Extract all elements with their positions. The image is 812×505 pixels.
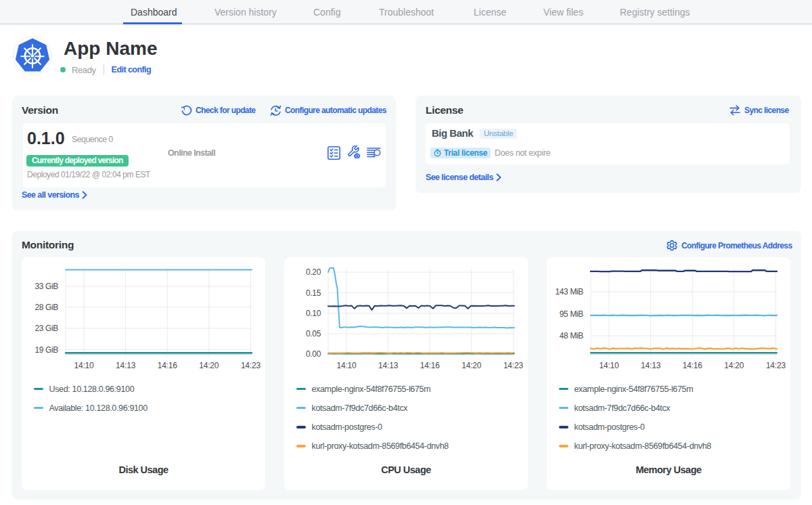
svg-text:14:23: 14:23 — [766, 361, 786, 370]
svg-text:143 MiB: 143 MiB — [555, 287, 583, 297]
svg-text:14:10: 14:10 — [599, 361, 619, 370]
svg-text:19 GiB: 19 GiB — [35, 345, 58, 355]
svg-text:0.00: 0.00 — [306, 349, 321, 359]
svg-text:23 GiB: 23 GiB — [35, 324, 58, 333]
svg-text:95 MiB: 95 MiB — [560, 309, 584, 319]
svg-text:14:16: 14:16 — [158, 361, 178, 370]
svg-text:14:23: 14:23 — [503, 361, 524, 370]
svg-text:28 GiB: 28 GiB — [35, 303, 58, 312]
svg-text:0.15: 0.15 — [306, 288, 321, 298]
svg-text:14:23: 14:23 — [241, 361, 261, 370]
svg-text:14:20: 14:20 — [724, 361, 744, 370]
svg-text:14:10: 14:10 — [336, 361, 357, 370]
svg-text:0.20: 0.20 — [306, 267, 321, 277]
svg-text:14:16: 14:16 — [420, 361, 441, 370]
svg-text:0.10: 0.10 — [306, 309, 321, 318]
svg-text:14:20: 14:20 — [461, 361, 482, 370]
svg-text:33 GiB: 33 GiB — [35, 282, 58, 291]
svg-text:14:10: 14:10 — [74, 361, 94, 370]
svg-text:48 MiB: 48 MiB — [560, 331, 584, 341]
svg-text:14:16: 14:16 — [683, 361, 703, 370]
svg-text:14:13: 14:13 — [116, 361, 136, 370]
svg-text:0.05: 0.05 — [306, 329, 321, 338]
svg-text:14:13: 14:13 — [641, 361, 661, 370]
svg-text:14:20: 14:20 — [199, 361, 219, 370]
svg-text:14:13: 14:13 — [378, 361, 399, 370]
